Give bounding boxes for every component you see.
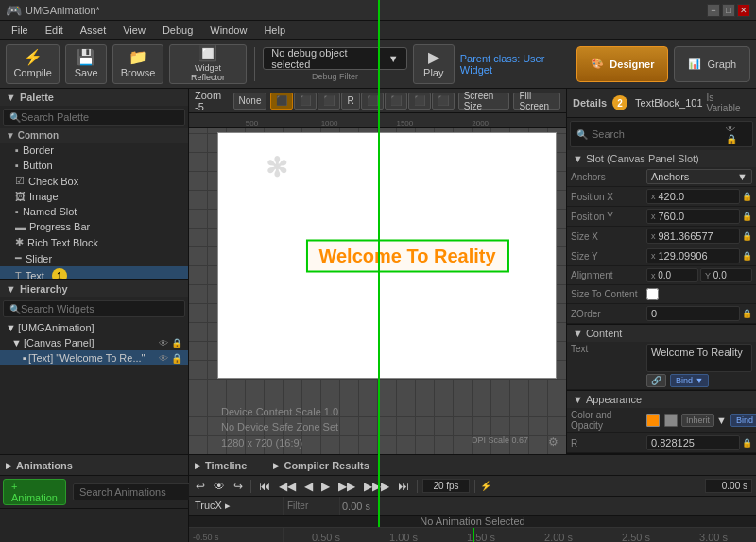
tl-stepback-button[interactable]: ◀◀ (276, 479, 299, 494)
menu-file[interactable]: File (4, 23, 36, 38)
eye-icon[interactable]: 👁 🔒 (159, 338, 182, 348)
screen-size-btn[interactable]: Screen Size (458, 93, 510, 110)
color-swatch-gray[interactable] (664, 414, 678, 427)
tl-view-button[interactable]: 👁 (211, 479, 228, 494)
canvas-align-btn-2[interactable]: ⬛ (294, 93, 317, 110)
graph-button[interactable]: 📊 Graph (674, 46, 750, 82)
browse-button[interactable]: 📁 Browse (112, 44, 163, 84)
widget-reflector-label: Widget Reflector (178, 63, 239, 82)
palette-item-progressbar[interactable]: ▬ Progress Bar (0, 219, 188, 234)
sizex-pin[interactable]: 🔒 (742, 231, 752, 241)
canvas-align-btn-4[interactable]: ⬛ (361, 93, 384, 110)
palette-header[interactable]: ▼ Palette (0, 89, 188, 106)
size-content-checkbox[interactable] (646, 288, 659, 300)
canvas-align-btn-1[interactable]: ⬛ (270, 93, 293, 110)
menu-help[interactable]: Help (256, 23, 293, 38)
close-button[interactable]: ✕ (737, 4, 750, 17)
palette-item-border[interactable]: ▪ Border (0, 143, 188, 158)
play-button[interactable]: ▶ Play (413, 44, 455, 84)
fps-input[interactable] (422, 479, 470, 493)
tl-play-button[interactable]: ▶ (318, 479, 333, 494)
canvas-align-btn-7[interactable]: ⬛ (432, 93, 455, 110)
canvas-r-btn[interactable]: R (341, 93, 359, 110)
align-x-val[interactable]: x 0.0 (646, 268, 698, 282)
details-search-box[interactable]: 🔍 👁 🔒 (570, 121, 753, 147)
menu-asset[interactable]: Asset (73, 23, 114, 38)
sizey-pin[interactable]: 🔒 (742, 251, 752, 261)
minimize-button[interactable]: − (707, 4, 720, 17)
posy-value[interactable]: x 760.0 (646, 209, 740, 224)
designer-label: Designer (610, 59, 654, 70)
palette-item-slider[interactable]: ━ Slider (0, 250, 188, 266)
posx-value[interactable]: x 420.0 (646, 189, 740, 204)
tl-redo-button[interactable]: ↪ (231, 479, 246, 494)
text-value-field[interactable]: Welcome To Reality (646, 344, 752, 372)
timeline-panel: ▶ Timeline ▶ Compiler Results ↩ 👁 ↪ ⏮ ◀◀… (189, 455, 756, 542)
tl-undo-button[interactable]: ↩ (193, 479, 208, 494)
tl-stepforward-button[interactable]: ▶▶▶ (361, 479, 392, 494)
canvas-btn-none[interactable]: None (233, 93, 267, 110)
tl-end-button[interactable]: ⏭ (395, 479, 412, 494)
hierarchy-search-input[interactable] (21, 303, 179, 314)
r-pin[interactable]: 🔒 (742, 438, 752, 448)
designer-button[interactable]: 🎨 Designer (576, 46, 668, 82)
save-button[interactable]: 💾 Save (65, 44, 107, 84)
r-value[interactable]: 0.828125 (646, 435, 740, 450)
timeline-filter-input[interactable] (284, 497, 340, 515)
menu-edit[interactable]: Edit (38, 23, 71, 38)
menu-debug[interactable]: Debug (155, 23, 200, 38)
canvas-align-btn-6[interactable]: ⬛ (408, 93, 431, 110)
details-search-input[interactable] (592, 128, 722, 140)
hierarchy-search-box[interactable]: 🔍 (3, 300, 185, 317)
palette-item-checkbox[interactable]: ☑ Check Box (0, 173, 188, 189)
hierarchy-header[interactable]: ▼ Hierarchy (0, 280, 188, 297)
hierarchy-item-text[interactable]: ▪ [Text] "Welcome To Re..." 👁 🔒 (0, 350, 188, 365)
details-slot-header[interactable]: ▼ Slot (Canvas Panel Slot) (567, 150, 756, 167)
add-animation-button[interactable]: + Animation (3, 479, 66, 505)
palette-search-input[interactable] (21, 111, 179, 123)
title-bar-controls[interactable]: − □ ✕ (707, 4, 750, 17)
details-widget-name: TextBlock_101 (635, 97, 703, 109)
maximize-button[interactable]: □ (722, 4, 735, 17)
posy-pin[interactable]: 🔒 (742, 212, 752, 221)
debug-dropdown[interactable]: No debug object selected ▼ (263, 47, 406, 70)
tl-prev-button[interactable]: ◀ (301, 479, 316, 494)
sizex-value[interactable]: x 981.366577 (646, 229, 740, 244)
palette-item-image[interactable]: 🖼 Image (0, 189, 188, 204)
timeline-filter-field[interactable] (287, 500, 335, 511)
palette-item-namedslot[interactable]: ▪ Named Slot (0, 204, 188, 219)
details-content-header[interactable]: ▼ Content (567, 325, 756, 342)
menu-view[interactable]: View (115, 23, 153, 38)
zorder-pin[interactable]: 🔒 (742, 309, 752, 318)
palette-search-box[interactable]: 🔍 (3, 109, 185, 126)
hierarchy-item-root[interactable]: ▼ [UMGAnimation] (0, 320, 188, 335)
color-bind-button[interactable]: Bind ▼ (730, 414, 756, 427)
palette-item-text[interactable]: T Text 1 (0, 266, 188, 279)
compile-button[interactable]: ⚡ Compile (6, 44, 60, 84)
color-swatch-orange[interactable] (646, 414, 660, 427)
text-binding-icon: 🔗 (646, 374, 666, 387)
hierarchy-item-canvas[interactable]: ▼ [Canvas Panel] 👁 🔒 (0, 335, 188, 350)
tl-next-button[interactable]: ▶▶ (335, 479, 358, 494)
details-size-content-row: Size To Content (567, 285, 756, 304)
align-y-val[interactable]: Y 0.0 (700, 268, 752, 282)
text-bind-button[interactable]: Bind ▼ (670, 374, 709, 387)
zorder-value[interactable]: 0 (646, 306, 740, 321)
anchors-dropdown[interactable]: Anchors ▼ (646, 169, 752, 184)
palette-item-button[interactable]: ▪ Button (0, 158, 188, 173)
canvas-settings-icon[interactable]: ⚙ (548, 435, 558, 449)
palette-category-common: ▼ Common (0, 128, 188, 143)
canvas-align-btn-5[interactable]: ⬛ (385, 93, 407, 110)
widget-reflector-button[interactable]: 🔲 Widget Reflector (169, 44, 248, 84)
sizey-value[interactable]: x 129.09906 (646, 248, 740, 263)
eye-icon-2[interactable]: 👁 🔒 (159, 353, 182, 364)
posx-pin[interactable]: 🔒 (742, 192, 752, 201)
canvas-align-btn-3[interactable]: ⬛ (318, 93, 340, 110)
palette-item-richtextblock[interactable]: ✱ Rich Text Block (0, 234, 188, 250)
sizey-label: Size Y (571, 251, 646, 262)
details-appearance-header[interactable]: ▼ Appearance (567, 391, 756, 408)
fill-screen-btn[interactable]: Fill Screen (513, 93, 560, 110)
menu-window[interactable]: Window (202, 23, 254, 38)
hierarchy-canvas-label: [Canvas Panel] (24, 337, 94, 348)
tl-rewind-button[interactable]: ⏮ (256, 479, 273, 494)
